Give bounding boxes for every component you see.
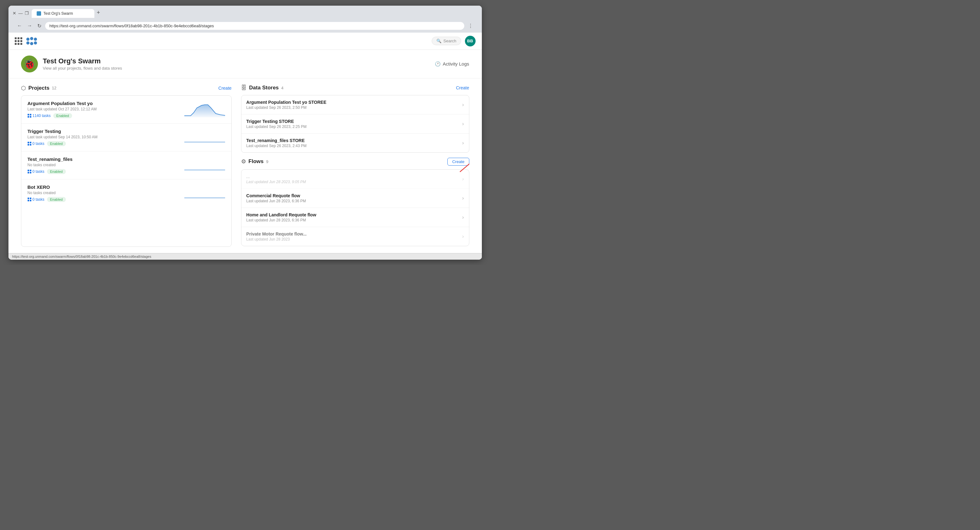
refresh-button[interactable]: ↻ (36, 22, 43, 30)
store-date-1: Last updated Sep 26 2023, 2:50 PM (247, 105, 462, 110)
right-scroll-content: 🗄 Data Stores 4 Create Argument Populati… (241, 85, 469, 247)
project-date-4: No tasks created (28, 191, 185, 195)
browser-tab[interactable]: Test Org's Swarm (32, 9, 94, 18)
flows-count: 9 (266, 159, 268, 164)
svg-point-0 (26, 38, 29, 41)
store-date-2: Last updated Sep 26 2023, 2:25 PM (247, 124, 462, 129)
right-panel: 🗄 Data Stores 4 Create Argument Populati… (241, 85, 469, 247)
flow-info-1: Commercial Requote flow Last updated Jun… (247, 193, 462, 203)
store-arrow-3: › (462, 140, 464, 146)
forward-button[interactable]: → (26, 22, 33, 30)
svg-point-4 (30, 42, 33, 45)
svg-rect-8 (28, 116, 29, 118)
svg-rect-18 (28, 197, 29, 199)
search-label: Search (443, 38, 456, 43)
svg-rect-11 (30, 142, 31, 143)
projects-create-button[interactable]: Create (218, 86, 232, 91)
flow-date-0: Last updated Jun 28 2023, 9:05 PM (247, 180, 462, 184)
store-info-1: Argument Population Test yo STOREE Last … (247, 100, 462, 110)
status-bar-text: https://test-org.unmand.com/swarm/flows/… (12, 255, 151, 258)
store-info-2: Trigger Testing STORE Last updated Sep 2… (247, 119, 462, 129)
svg-rect-16 (28, 172, 29, 173)
flow-item-1[interactable]: Commercial Requote flow Last updated Jun… (242, 189, 469, 208)
project-card-2[interactable]: Trigger Testing Last task updated Sep 14… (21, 124, 231, 151)
projects-icon: ⬡ (21, 85, 26, 92)
flow-name-2: Home and Landlord Requote flow (247, 212, 462, 217)
chrome-menu-button[interactable]: ⋮ (467, 22, 474, 30)
project-tags-4: 0 tasks Enabled (28, 197, 185, 202)
page-header: 🐞 Test Org's Swarm View all your project… (8, 50, 482, 78)
svg-point-5 (34, 41, 37, 45)
svg-rect-20 (28, 200, 29, 201)
flows-list: ... Last updated Jun 28 2023, 9:05 PM › … (241, 169, 469, 246)
org-logo: 🐞 (21, 56, 38, 72)
svg-rect-13 (30, 144, 31, 145)
svg-rect-7 (30, 114, 31, 115)
project-name-1: Argument Population Test yo (28, 101, 185, 106)
svg-rect-21 (30, 200, 31, 201)
project-card-4[interactable]: Bot XERO No tasks created 0 tasks Enable… (21, 179, 231, 207)
tab-title: Test Org's Swarm (44, 11, 73, 16)
project-chart-4 (185, 185, 225, 201)
flow-item-2[interactable]: Home and Landlord Requote flow Last upda… (242, 208, 469, 227)
flow-item-3[interactable]: Private Motor Requote flow... Last updat… (242, 227, 469, 246)
project-date-1: Last task updated Oct 27 2023, 12:12 AM (28, 107, 185, 111)
project-card-1[interactable]: Argument Population Test yo Last task up… (21, 95, 231, 124)
store-name-3: Test_renaming_files STORE (247, 138, 462, 143)
store-name-2: Trigger Testing STORE (247, 119, 462, 124)
new-tab-button[interactable]: + (94, 8, 103, 17)
window-close-button[interactable]: ✕ (12, 11, 17, 15)
project-chart-2 (185, 129, 225, 145)
project-info-1: Argument Population Test yo Last task up… (28, 101, 185, 118)
project-name-2: Trigger Testing (28, 129, 185, 134)
flow-date-1: Last updated Jun 28 2023, 6:36 PM (247, 199, 462, 203)
data-stores-title: Data Stores (249, 85, 279, 91)
data-stores-section: 🗄 Data Stores 4 Create Argument Populati… (241, 85, 469, 153)
flow-info-0: ... Last updated Jun 28 2023, 9:05 PM (247, 174, 462, 184)
projects-count: 12 (52, 86, 56, 90)
tasks-count-4: 0 tasks (28, 197, 45, 202)
status-badge-2: Enabled (47, 141, 66, 146)
project-tags-1: 1140 tasks Enabled (28, 113, 185, 118)
svg-point-3 (26, 41, 29, 45)
org-title: Test Org's Swarm (43, 57, 122, 65)
project-tags-2: 0 tasks Enabled (28, 141, 185, 146)
store-item-3[interactable]: Test_renaming_files STORE Last updated S… (242, 134, 469, 153)
status-badge-1: Enabled (53, 113, 72, 118)
project-card-3[interactable]: Test_renaming_files No tasks created 0 t… (21, 151, 231, 179)
flow-info-3: Private Motor Requote flow... Last updat… (247, 231, 462, 242)
window-maximize-button[interactable]: ❐ (25, 11, 29, 15)
store-item-2[interactable]: Trigger Testing STORE Last updated Sep 2… (242, 115, 469, 134)
store-arrow-1: › (462, 102, 464, 108)
svg-point-1 (30, 37, 33, 40)
app-logo[interactable] (26, 37, 37, 46)
user-avatar[interactable]: BB (465, 36, 476, 46)
svg-rect-6 (28, 114, 29, 115)
svg-rect-9 (30, 116, 31, 118)
back-button[interactable]: ← (16, 22, 24, 30)
flow-arrow-1: › (462, 196, 464, 201)
store-date-3: Last updated Sep 26 2023, 2:43 PM (247, 144, 462, 148)
address-bar[interactable] (45, 22, 464, 30)
data-stores-create-button[interactable]: Create (456, 85, 469, 90)
flow-info-2: Home and Landlord Requote flow Last upda… (247, 212, 462, 222)
flows-create-button[interactable]: Create (447, 158, 469, 166)
window-minimize-button[interactable]: — (19, 11, 23, 15)
store-item-1[interactable]: Argument Population Test yo STOREE Last … (242, 95, 469, 115)
grid-menu-icon[interactable] (15, 37, 22, 45)
search-box[interactable]: 🔍 Search (432, 37, 461, 45)
svg-rect-10 (28, 142, 29, 143)
flows-icon: ⚙ (241, 158, 246, 165)
tab-favicon (37, 11, 41, 16)
svg-rect-19 (30, 197, 31, 199)
flow-item-0[interactable]: ... Last updated Jun 28 2023, 9:05 PM › (242, 170, 469, 189)
tasks-count-2: 0 tasks (28, 142, 45, 146)
main-content: ⬡ Projects 12 Create Argument Population… (8, 78, 482, 253)
project-chart-1 (185, 102, 225, 117)
tasks-count-3: 0 tasks (28, 169, 45, 174)
search-icon: 🔍 (436, 38, 441, 43)
activity-logs-button[interactable]: 🕐 Activity Logs (435, 61, 469, 67)
data-stores-icon: 🗄 (241, 85, 247, 91)
project-name-4: Bot XERO (28, 185, 185, 190)
store-info-3: Test_renaming_files STORE Last updated S… (247, 138, 462, 148)
